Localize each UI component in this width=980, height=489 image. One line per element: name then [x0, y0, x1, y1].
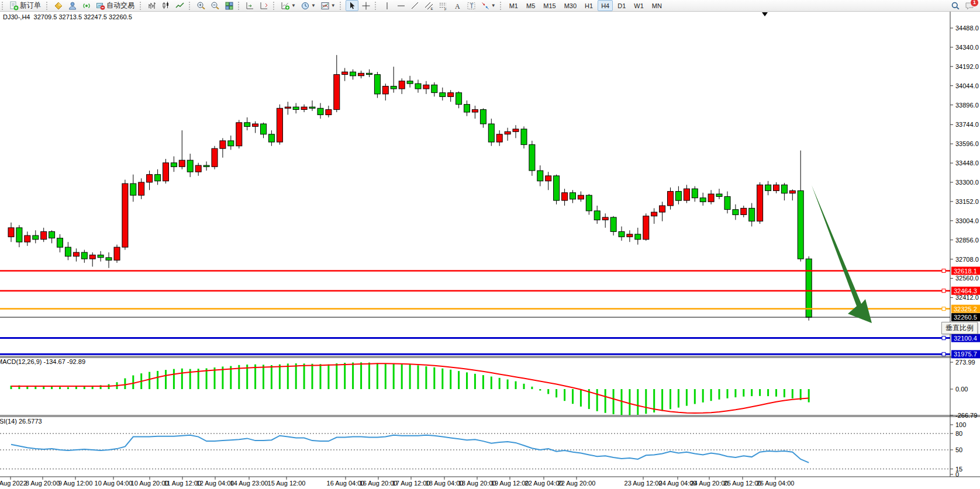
timeframe-d1-button[interactable]: D1 [614, 0, 629, 11]
periods-button[interactable]: ▼ [299, 0, 318, 11]
svg-text:31975.7: 31975.7 [954, 351, 977, 358]
zoom-out-button[interactable] [209, 0, 222, 11]
svg-text:10 Aug 04:00: 10 Aug 04:00 [95, 480, 133, 487]
tile-windows-button[interactable] [223, 0, 236, 11]
equidistant-channel-button[interactable]: E [423, 0, 436, 11]
svg-text:100: 100 [955, 421, 966, 428]
zoom-in-button[interactable] [195, 0, 208, 11]
price-axis[interactable]: 34488.034340.034192.034044.033896.033744… [950, 11, 980, 478]
timeframe-m15-button[interactable]: M15 [540, 0, 559, 11]
text-label-button[interactable]: T [465, 0, 478, 11]
dropdown-caret-icon[interactable]: ▼ [291, 3, 296, 8]
svg-text:19 Aug 12:00: 19 Aug 12:00 [491, 480, 529, 487]
svg-text:32618.1: 32618.1 [954, 268, 977, 275]
toolbar-grip [500, 2, 503, 10]
auto-scroll-button[interactable] [258, 0, 271, 11]
candlestick-chart-button[interactable] [160, 0, 172, 11]
vertical-line-button[interactable] [381, 0, 394, 11]
community-button[interactable] [52, 0, 65, 11]
chart-shift-button[interactable] [244, 0, 257, 11]
svg-text:5 Aug 2022: 5 Aug 2022 [0, 480, 27, 487]
svg-text:32260.5: 32260.5 [954, 314, 977, 321]
indicators-button[interactable]: ▼ [279, 0, 298, 11]
timeframe-h1-button[interactable]: H1 [581, 0, 596, 11]
trendline-icon [410, 1, 420, 11]
auto-trading-button[interactable]: 自动交易 [94, 0, 137, 11]
cursor-button[interactable] [346, 0, 358, 11]
templates-button[interactable]: ▼ [319, 0, 337, 11]
dropdown-caret-icon[interactable]: ▼ [311, 3, 316, 8]
svg-text:33152.0: 33152.0 [955, 198, 979, 205]
macd-indicator-label: MACD(12,26,9) -134.67 -92.89 [0, 358, 85, 365]
timeframe-label: W1 [634, 2, 644, 9]
notifications-button[interactable]: 1 [963, 0, 976, 11]
svg-text:26 Aug 04:00: 26 Aug 04:00 [757, 480, 795, 487]
fibonacci-button[interactable]: F [437, 0, 450, 11]
crosshair-icon [361, 1, 371, 11]
signals-button[interactable] [80, 0, 93, 11]
chart-plus-icon [281, 1, 290, 11]
profile-button[interactable] [66, 0, 79, 11]
timeframe-label: M15 [543, 2, 555, 9]
autoscroll-icon [260, 1, 269, 11]
cursor-icon [347, 1, 357, 11]
dropdown-caret-icon[interactable]: ▼ [331, 3, 336, 8]
symbol-ohlc-header: DJ30-,H4 32709.5 32713.5 32247.5 32260.5 [3, 13, 132, 20]
textA-icon: A [453, 1, 462, 11]
shapes-icon [481, 1, 490, 11]
svg-text:33004.0: 33004.0 [955, 217, 979, 224]
timeframe-m30-button[interactable]: M30 [561, 0, 580, 11]
timeframe-w1-button[interactable]: W1 [630, 0, 647, 11]
pane-separators[interactable] [0, 356, 980, 477]
svg-text:33744.0: 33744.0 [955, 121, 979, 128]
svg-text:33448.0: 33448.0 [955, 159, 979, 167]
svg-text:15 Aug 12:00: 15 Aug 12:00 [268, 480, 306, 487]
line-handle [942, 269, 946, 273]
text-button[interactable]: A [451, 0, 464, 11]
svg-text:32100.4: 32100.4 [954, 335, 977, 342]
toolbar-grip [340, 2, 343, 10]
toolbar-grip [238, 2, 241, 10]
crosshair-button[interactable] [360, 0, 372, 11]
svg-text:34192.0: 34192.0 [955, 63, 979, 70]
svg-text:32560.0: 32560.0 [955, 275, 979, 282]
line-chart-button[interactable] [174, 0, 187, 11]
svg-text:14 Aug 23:00: 14 Aug 23:00 [230, 480, 268, 487]
timeframe-mn-button[interactable]: MN [648, 0, 665, 11]
toolbar-grip [2, 2, 5, 10]
time-axis[interactable]: 5 Aug 20228 Aug 20:009 Aug 12:0010 Aug 0… [0, 477, 794, 487]
svg-text:80: 80 [955, 430, 962, 437]
hline-icon [396, 1, 406, 11]
svg-text:17 Aug 12:00: 17 Aug 12:00 [392, 480, 430, 487]
timeframe-m5-button[interactable]: M5 [523, 0, 539, 11]
mt4-window: 34488.034340.034192.034044.033896.033744… [0, 0, 980, 489]
chart-canvas[interactable]: 34488.034340.034192.034044.033896.033744… [0, 0, 980, 489]
dropdown-caret-icon[interactable]: ▼ [491, 3, 496, 8]
search-button[interactable] [949, 0, 962, 11]
toolbar-grip [140, 2, 143, 10]
timeframe-h4-button[interactable]: H4 [598, 0, 613, 11]
tiles-icon [225, 1, 234, 11]
toolbar-grip [273, 2, 276, 10]
new-order-button[interactable]: 新订单 [8, 0, 44, 11]
svg-text:24 Aug 20:00: 24 Aug 20:00 [691, 480, 729, 487]
auto-trading-button-label: 自动交易 [106, 1, 134, 11]
svg-text:11 Aug 12:00: 11 Aug 12:00 [164, 480, 201, 487]
svg-text:0: 0 [955, 471, 959, 478]
svg-text:50: 50 [955, 446, 962, 453]
linechart-icon [175, 1, 185, 11]
rsi-pane [11, 435, 809, 463]
gold-diamond-icon [54, 1, 63, 11]
svg-text:34044.0: 34044.0 [955, 82, 979, 89]
horizontal-line-button[interactable] [395, 0, 408, 11]
trendline-button[interactable] [409, 0, 422, 11]
bar-chart-button[interactable] [146, 0, 158, 11]
shift-icon [246, 1, 255, 11]
chart-end-marker[interactable] [762, 12, 768, 16]
candles-layer [8, 55, 812, 321]
trend-arrow-annotation[interactable] [812, 185, 872, 323]
shapes-button[interactable]: ▼ [479, 0, 498, 11]
person-icon [68, 1, 77, 11]
channel-icon: E [425, 1, 434, 11]
timeframe-m1-button[interactable]: M1 [506, 0, 522, 11]
